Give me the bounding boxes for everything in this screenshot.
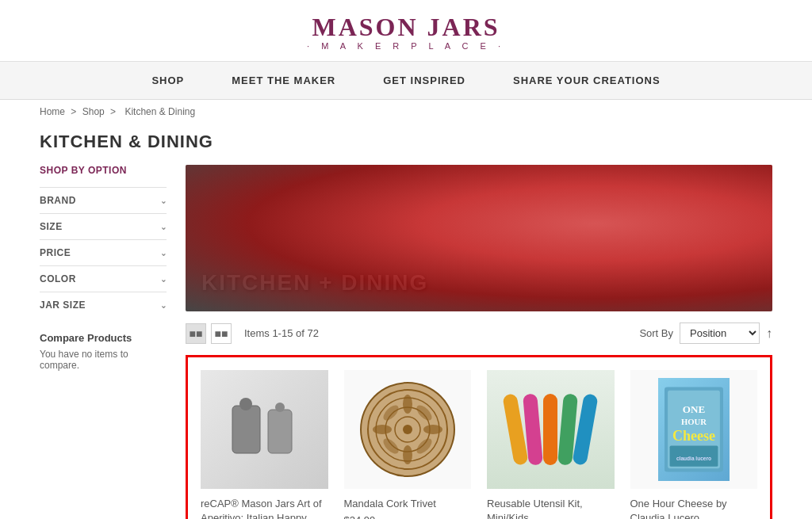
svg-text:claudia lucero: claudia lucero bbox=[676, 456, 711, 461]
main-nav: SHOP MEET THE MAKER GET INSPIRED SHARE Y… bbox=[0, 62, 812, 100]
product-image bbox=[487, 370, 615, 489]
logo-main: MASON JARS bbox=[307, 14, 505, 40]
site-header: MASON JARS · M A K E R P L A C E · bbox=[0, 0, 812, 62]
svg-point-2 bbox=[239, 398, 252, 410]
product-name: Mandala Cork Trivet bbox=[344, 497, 472, 511]
filter-price-label: PRICE bbox=[40, 247, 71, 258]
toolbar-left: ■■ ■■ Items 1-15 of 72 bbox=[186, 323, 319, 344]
product-card: Reusable Utensil Kit, Mini/Kids $19.95 A… bbox=[487, 370, 615, 519]
product-card: ONE HOUR Cheese claudia lucero One Hour … bbox=[630, 370, 758, 519]
nav-share-creations[interactable]: SHARE YOUR CREATIONS bbox=[513, 74, 661, 86]
shop-by-label: SHOP BY OPTION bbox=[40, 165, 167, 176]
svg-text:HOUR: HOUR bbox=[681, 417, 707, 426]
svg-text:ONE: ONE bbox=[683, 403, 706, 415]
svg-point-10 bbox=[403, 395, 412, 414]
chevron-down-icon: ⌄ bbox=[160, 223, 167, 231]
breadcrumb-shop[interactable]: Shop bbox=[82, 106, 105, 117]
svg-point-13 bbox=[423, 425, 442, 434]
svg-text:Cheese: Cheese bbox=[672, 428, 715, 444]
filter-price[interactable]: PRICE ⌄ bbox=[40, 239, 167, 265]
toolbar: ■■ ■■ Items 1-15 of 72 Sort By Position … bbox=[186, 322, 772, 344]
svg-rect-0 bbox=[232, 406, 260, 453]
nav-meet-maker[interactable]: MEET THE MAKER bbox=[232, 74, 335, 86]
toolbar-right: Sort By Position Name Price Newest ↑ bbox=[639, 322, 772, 344]
compare-title: Compare Products bbox=[40, 332, 167, 344]
filter-brand-label: BRAND bbox=[40, 195, 76, 206]
product-image bbox=[360, 382, 455, 477]
products-grid: SALE! reCAP® Mason Jars Art of Aperitivo… bbox=[201, 370, 757, 519]
hero-banner: KITCHEN + DINING bbox=[186, 165, 772, 311]
sort-direction-icon[interactable]: ↑ bbox=[766, 326, 772, 341]
filter-color-label: COLOR bbox=[40, 273, 76, 284]
list-view-button[interactable]: ■■ bbox=[211, 323, 232, 344]
product-image: ONE HOUR Cheese claudia lucero bbox=[658, 378, 730, 481]
svg-point-12 bbox=[373, 425, 392, 434]
product-image bbox=[201, 370, 328, 489]
product-card: Mandala Cork Trivet $24.99 Add to Cart ✎ bbox=[344, 370, 472, 519]
logo-sub: · M A K E R P L A C E · bbox=[307, 41, 505, 51]
filter-jar-size[interactable]: JAR SIZE ⌄ bbox=[40, 292, 167, 318]
grid-view-button[interactable]: ■■ bbox=[186, 323, 206, 344]
nav-shop[interactable]: SHOP bbox=[151, 74, 184, 86]
chevron-down-icon: ⌄ bbox=[160, 197, 167, 205]
svg-point-3 bbox=[275, 403, 285, 412]
hero-overlay bbox=[186, 165, 772, 311]
products-section: SALE! reCAP® Mason Jars Art of Aperitivo… bbox=[186, 355, 772, 519]
page-title: KITCHEN & DINING bbox=[0, 124, 812, 165]
svg-point-9 bbox=[403, 425, 412, 434]
breadcrumb-home[interactable]: Home bbox=[40, 106, 65, 117]
filter-jar-size-label: JAR SIZE bbox=[40, 300, 86, 311]
sort-select[interactable]: Position Name Price Newest bbox=[680, 322, 760, 344]
filter-size[interactable]: SIZE ⌄ bbox=[40, 213, 167, 239]
filter-brand[interactable]: BRAND ⌄ bbox=[40, 187, 167, 213]
content-area: KITCHEN + DINING ■■ ■■ Items 1-15 of 72 … bbox=[186, 165, 772, 519]
chevron-down-icon: ⌄ bbox=[160, 301, 167, 310]
compare-section: Compare Products You have no items to co… bbox=[40, 332, 167, 371]
compare-note: You have no items to compare. bbox=[40, 349, 167, 371]
product-image-wrap bbox=[344, 370, 472, 489]
svg-point-11 bbox=[403, 445, 412, 464]
breadcrumb: Home > Shop > Kitchen & Dining bbox=[0, 100, 812, 124]
product-image-wrap: ONE HOUR Cheese claudia lucero bbox=[630, 370, 758, 489]
product-image-wrap bbox=[487, 370, 615, 489]
breadcrumb-current: Kitchen & Dining bbox=[124, 106, 195, 117]
nav-get-inspired[interactable]: GET INSPIRED bbox=[383, 74, 465, 86]
site-logo[interactable]: MASON JARS · M A K E R P L A C E · bbox=[307, 14, 505, 51]
product-card: SALE! reCAP® Mason Jars Art of Aperitivo… bbox=[201, 370, 328, 519]
chevron-down-icon: ⌄ bbox=[160, 275, 167, 284]
filter-color[interactable]: COLOR ⌄ bbox=[40, 265, 167, 292]
product-name: One Hour Cheese by Claudia Lucero bbox=[630, 497, 758, 519]
product-name: Reusable Utensil Kit, Mini/Kids bbox=[487, 497, 615, 519]
product-image-wrap: SALE! bbox=[201, 370, 328, 489]
sort-label: Sort By bbox=[639, 327, 673, 339]
chevron-down-icon: ⌄ bbox=[160, 249, 167, 258]
main-container: SHOP BY OPTION BRAND ⌄ SIZE ⌄ PRICE ⌄ CO… bbox=[0, 165, 812, 519]
sidebar: SHOP BY OPTION BRAND ⌄ SIZE ⌄ PRICE ⌄ CO… bbox=[40, 165, 167, 519]
product-name: reCAP® Mason Jars Art of Aperitivo: Ital… bbox=[201, 497, 328, 519]
filter-size-label: SIZE bbox=[40, 221, 63, 232]
svg-rect-1 bbox=[268, 410, 292, 453]
product-price: $24.99 bbox=[344, 514, 472, 519]
items-count: Items 1-15 of 72 bbox=[244, 327, 319, 339]
